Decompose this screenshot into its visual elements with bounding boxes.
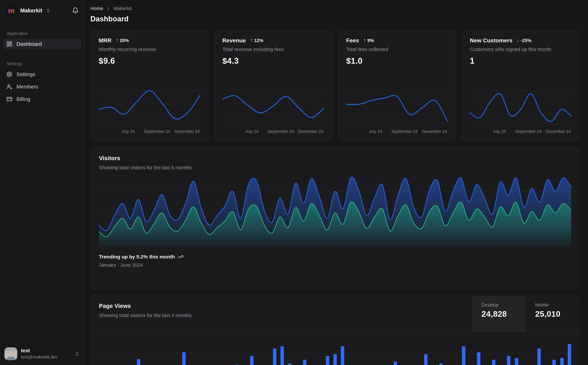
tab-mobile[interactable]: Mobile 25,010 [526, 296, 579, 332]
chevron-right-icon [106, 6, 111, 11]
main-content: Home Makerkit Dashboard MRR ↑ 20% Monthl… [84, 0, 588, 365]
bar [326, 356, 329, 365]
bar [250, 356, 254, 365]
sidebar-item-members[interactable]: Members [3, 81, 81, 92]
bar [303, 360, 306, 365]
users-icon [7, 84, 12, 90]
tab-label: Mobile [535, 302, 579, 308]
credit-card-icon [7, 96, 12, 102]
x-axis-label: September 24 [391, 129, 418, 133]
stat-card-new-customers: New Customers ↓ -25% Customers who signe… [462, 30, 580, 141]
avatar [5, 347, 17, 360]
page-views-tabs: Desktop 24,828 Mobile 25,010 [472, 296, 579, 332]
bar [477, 352, 480, 365]
page-views-card: Page Views Showing total visitors for th… [90, 296, 580, 365]
new-customers-sparkline-chart [470, 86, 571, 126]
x-axis-label: December 24 [174, 129, 200, 133]
trend-up-arrow-icon: ↑ [116, 38, 118, 43]
stat-title: Fees [346, 37, 359, 43]
stat-value: $9.6 [99, 56, 200, 66]
bar [553, 360, 556, 365]
bar [560, 358, 563, 365]
x-axis-label: September 24 [144, 129, 170, 133]
stat-card-mrr: MRR ↑ 20% Monthly recurring revenue $9.6… [90, 30, 208, 141]
trend-badge: ↑ 20% [116, 38, 129, 43]
bell-icon[interactable] [72, 7, 79, 14]
breadcrumb-home-link[interactable]: Home [90, 6, 103, 11]
x-axis-label: September 24 [268, 129, 294, 133]
bar [341, 346, 344, 365]
bar [182, 352, 185, 365]
workspace-switcher[interactable]: m Makerkit [6, 5, 51, 16]
breadcrumb: Home Makerkit [90, 6, 580, 11]
sparkline-x-labels: July 24September 24December 24 [222, 129, 324, 135]
visitors-period: January - June 2024 [99, 262, 571, 268]
user-name: test [21, 348, 58, 354]
visitors-card: Visitors Showing total visitors for the … [90, 147, 580, 289]
mrr-sparkline-chart [99, 86, 200, 126]
trending-up-icon [178, 254, 183, 260]
stat-title: MRR [99, 37, 111, 43]
bar [273, 348, 276, 365]
stat-card-fees: Fees ↑ 9% Total fees collected $1.0 July… [338, 30, 456, 141]
stat-value: $1.0 [346, 56, 448, 66]
bar [537, 348, 541, 365]
chevrons-up-down-icon [75, 351, 79, 356]
page-views-title: Page Views [99, 303, 464, 309]
x-axis-label: July 24 [245, 129, 258, 133]
section-label-settings: Settings [0, 62, 84, 66]
stat-subtitle: Monthly recurring revenue [99, 47, 200, 52]
x-axis-label: December 24 [546, 129, 571, 133]
tab-value: 25,010 [535, 309, 579, 319]
tab-desktop[interactable]: Desktop 24,828 [472, 296, 526, 332]
stat-subtitle: Total revenue including fees [222, 47, 324, 52]
bar [394, 362, 397, 365]
user-menu[interactable]: test test@makerkit.dev [0, 343, 84, 365]
stat-title: Revenue [222, 37, 246, 43]
x-axis-label: September 24 [515, 129, 541, 133]
bar [492, 360, 495, 365]
page-title: Dashboard [90, 14, 580, 23]
makerkit-logo: m [6, 5, 17, 16]
bar [333, 354, 337, 365]
nav-settings: Settings Members Billing [0, 69, 84, 106]
bar [280, 346, 284, 365]
sparkline-x-labels: July 24September 24December 24 [470, 129, 571, 135]
chevrons-up-down-icon [46, 8, 50, 13]
nav-application: Dashboard [0, 39, 84, 51]
trend-down-arrow-icon: ↓ [517, 38, 519, 43]
sidebar-item-label: Settings [17, 71, 35, 77]
trend-badge: ↑ 9% [363, 38, 374, 43]
bar [507, 356, 510, 365]
page-views-subtitle: Showing total visitors for the last 3 mo… [99, 313, 464, 318]
stat-card-revenue: Revenue ↑ 12% Total revenue including fe… [214, 30, 332, 141]
tab-value: 24,828 [482, 309, 526, 319]
bar [424, 354, 427, 365]
x-axis-label: December 24 [422, 129, 447, 133]
bar [568, 344, 571, 365]
sidebar-item-label: Billing [17, 96, 30, 102]
trend-up-arrow-icon: ↑ [363, 38, 366, 43]
tab-label: Desktop [482, 302, 526, 308]
stat-value: $4.3 [222, 56, 324, 66]
trend-badge: ↑ 12% [250, 38, 263, 43]
stat-value: 1 [470, 56, 571, 66]
gear-icon [7, 71, 12, 77]
sidebar-item-settings[interactable]: Settings [3, 69, 81, 79]
sparkline-x-labels: July 24September 24December 24 [346, 129, 448, 135]
dashboard-icon [7, 41, 12, 47]
x-axis-label: July 24 [121, 129, 135, 133]
sidebar-item-billing[interactable]: Billing [3, 94, 81, 104]
user-email: test@makerkit.dev [21, 354, 58, 360]
sidebar-item-dashboard[interactable]: Dashboard [3, 39, 81, 49]
x-axis-label: July 24 [369, 129, 382, 133]
visitors-area-chart [99, 175, 571, 247]
revenue-sparkline-chart [222, 86, 324, 126]
breadcrumb-current[interactable]: Makerkit [114, 6, 132, 11]
workspace-name: Makerkit [20, 7, 42, 14]
fees-sparkline-chart [346, 86, 448, 126]
trend-badge: ↓ -25% [517, 38, 532, 43]
page-views-header: Page Views Showing total visitors for th… [91, 296, 579, 332]
stat-subtitle: Total fees collected [346, 47, 448, 52]
visitors-trend-note: Trending up by 5.2% this month [99, 254, 571, 260]
